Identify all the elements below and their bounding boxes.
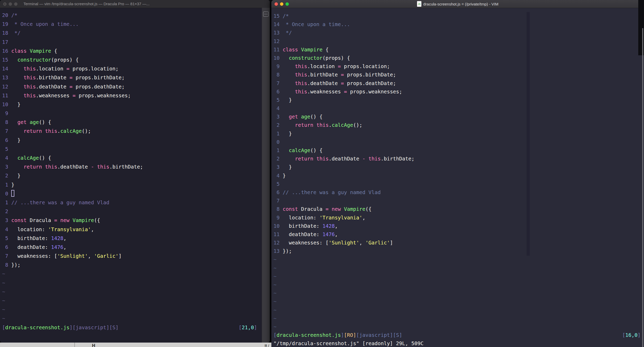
code-line[interactable]: 2 bbox=[2, 207, 270, 216]
terminal-window-title: Terminal — vim /tmp/dracula-screenshot.j… bbox=[23, 0, 150, 8]
macvim-window: JS dracula-screenshot.js = (/private/tmp… bbox=[271, 0, 644, 347]
code-line[interactable]: 1 // ...there was a guy named Vlad bbox=[2, 198, 270, 207]
code-line[interactable]: 12 bbox=[273, 37, 644, 46]
line-number: 3 bbox=[2, 164, 11, 170]
code-line[interactable]: 3 const Dracula = new Vampire({ bbox=[2, 216, 270, 225]
code-line[interactable]: 5 birthDate: 1428, bbox=[2, 234, 270, 243]
terminal-scrollbar[interactable] bbox=[262, 8, 270, 343]
line-number: 3 bbox=[273, 114, 283, 120]
code-line[interactable]: 14 this.location = props.location; bbox=[2, 64, 270, 73]
line-number: 11 bbox=[2, 93, 11, 99]
code-line[interactable]: 7 return this.calcAge(); bbox=[2, 127, 270, 136]
code-line[interactable]: 16 class Vampire { bbox=[2, 47, 270, 56]
line-number: 7 bbox=[2, 253, 11, 259]
code-line[interactable]: 12 this.deathDate = props.deathDate; bbox=[2, 82, 270, 91]
code-line[interactable]: 13 */ bbox=[273, 29, 644, 37]
macvim-titlebar[interactable]: JS dracula-screenshot.js = (/private/tmp… bbox=[271, 0, 644, 8]
line-number: 10 bbox=[273, 223, 283, 229]
statusline-cursor-position: [16,0] bbox=[622, 331, 641, 339]
code-line[interactable]: 8 this.birthDate = props.birthDate; bbox=[273, 71, 644, 79]
code-line[interactable]: 10 } bbox=[2, 100, 270, 109]
code-line[interactable]: 5 } bbox=[273, 96, 644, 104]
code-line[interactable]: 11 this.weaknesses = props.weaknesses; bbox=[2, 91, 270, 100]
vim-statusline: [dracula-screenshot.js][javascript][S][2… bbox=[2, 323, 257, 332]
split-pane-button-icon[interactable] bbox=[263, 11, 269, 17]
code-line[interactable]: 6 deathDate: 1476, bbox=[2, 243, 270, 252]
code-line[interactable]: 20 /* bbox=[2, 11, 270, 20]
code-line[interactable]: 18 */ bbox=[2, 29, 270, 38]
code-line[interactable]: 19 * Once upon a time... bbox=[2, 20, 270, 29]
code-line[interactable]: 7 this.deathDate = props.deathDate; bbox=[273, 79, 644, 88]
code-line[interactable]: 12 weaknesses: ['Sunlight', 'Garlic'] bbox=[273, 239, 644, 247]
code-line[interactable]: 13 }); bbox=[273, 247, 644, 255]
tilde-line: ~ bbox=[2, 314, 270, 323]
code-line[interactable]: 7 weaknesses: ['Sunlight', 'Garlic'] bbox=[2, 252, 270, 261]
code-line[interactable]: 3 } bbox=[273, 163, 644, 171]
code-line[interactable]: 15 constructor(props) { bbox=[2, 56, 270, 64]
line-number: 10 bbox=[273, 55, 283, 61]
code-line[interactable]: 1 } bbox=[273, 130, 644, 138]
code-line[interactable]: 2 return this.calcAge(); bbox=[273, 121, 644, 129]
close-button-inactive-icon[interactable] bbox=[3, 2, 7, 6]
code-line[interactable]: 0 bbox=[2, 189, 270, 198]
unsaved-dot-icon bbox=[4, 3, 5, 5]
code-line[interactable]: 9 this.location = props.location; bbox=[273, 62, 644, 71]
code-line[interactable]: 11 deathDate: 1476, bbox=[273, 230, 644, 239]
code-line[interactable]: 9 bbox=[2, 109, 270, 118]
terminal-titlebar[interactable]: Terminal — vim /tmp/dracula-screenshot.j… bbox=[0, 0, 270, 8]
tilde-line: ~ bbox=[273, 272, 644, 281]
line-number: 17 bbox=[2, 39, 11, 45]
line-number: 4 bbox=[273, 105, 283, 111]
vim-text-area-right[interactable]: 15 /*14 * Once upon a time...13 */12 11 … bbox=[271, 8, 644, 347]
code-line[interactable]: 7 bbox=[273, 197, 644, 205]
line-number: 6 bbox=[2, 244, 11, 250]
line-number: 6 bbox=[273, 189, 283, 195]
code-line[interactable]: 10 constructor(props) { bbox=[273, 54, 644, 62]
line-number: 2 bbox=[2, 173, 11, 179]
minimize-button-inactive-icon[interactable] bbox=[9, 2, 12, 6]
background-window-fragment: II / bbox=[265, 343, 269, 347]
line-number: 3 bbox=[2, 217, 11, 223]
code-line[interactable]: 8 const Dracula = new Vampire({ bbox=[273, 205, 644, 213]
code-line[interactable]: 6 this.weaknesses = props.weaknesses; bbox=[273, 88, 644, 96]
code-line[interactable]: 9 location: 'Transylvania', bbox=[273, 214, 644, 222]
tilde-line: ~ bbox=[2, 270, 270, 278]
zoom-button-inactive-icon[interactable] bbox=[14, 2, 17, 6]
vim-message-line: "/tmp/dracula-screenshot.js" [readonly] … bbox=[273, 339, 644, 347]
tilde-line: ~ bbox=[2, 305, 270, 314]
line-number: 15 bbox=[2, 57, 11, 63]
code-line[interactable]: 10 birthDate: 1428, bbox=[273, 222, 644, 230]
code-line[interactable]: 8 get age() { bbox=[2, 118, 270, 127]
code-line[interactable]: 2 } bbox=[2, 171, 270, 180]
code-line[interactable]: 5 bbox=[273, 180, 644, 188]
code-line[interactable]: 17 bbox=[2, 38, 270, 47]
code-line[interactable]: 4 calcAge() { bbox=[2, 154, 270, 163]
code-line[interactable]: 1 } bbox=[2, 181, 270, 189]
code-line[interactable]: 1 calcAge() { bbox=[273, 146, 644, 155]
line-number: 7 bbox=[273, 80, 283, 86]
vim-text-area-left[interactable]: 20 /*19 * Once upon a time...18 */17 16 … bbox=[0, 8, 270, 341]
tilde-line: ~ bbox=[273, 289, 644, 297]
code-line[interactable]: 0 bbox=[273, 138, 644, 146]
code-line[interactable]: 3 return this.deathDate - this.birthDate… bbox=[2, 163, 270, 171]
code-line[interactable]: 6 // ...there was a guy named Vlad bbox=[273, 188, 644, 197]
line-number: 2 bbox=[273, 156, 283, 162]
code-line[interactable]: 2 return this.deathDate - this.birthDate… bbox=[273, 155, 644, 163]
code-line[interactable]: 13 this.birthDate = props.birthDate; bbox=[2, 73, 270, 82]
code-line[interactable]: 6 } bbox=[2, 136, 270, 145]
macvim-scrollbar-edge[interactable] bbox=[642, 28, 643, 347]
code-line[interactable]: 4 location: 'Transylvania', bbox=[2, 225, 270, 234]
code-line[interactable]: 14 * Once upon a time... bbox=[273, 20, 644, 29]
code-line[interactable]: 3 get age() { bbox=[273, 113, 644, 121]
code-line[interactable]: 11 class Vampire { bbox=[273, 46, 644, 54]
code-line[interactable]: 15 /* bbox=[273, 12, 644, 20]
line-number: 20 bbox=[2, 12, 11, 18]
tilde-line: ~ bbox=[273, 255, 644, 264]
background-window-strip: H II / bbox=[0, 343, 271, 347]
code-line[interactable]: 4 bbox=[273, 104, 644, 113]
code-line[interactable]: 4 } bbox=[273, 172, 644, 180]
code-line[interactable]: 5 bbox=[2, 145, 270, 154]
macvim-window-title: JS dracula-screenshot.js = (/private/tmp… bbox=[271, 0, 644, 8]
code-line[interactable]: 8 }); bbox=[2, 261, 270, 270]
statusline-cursor-position: [21,0] bbox=[239, 323, 257, 332]
